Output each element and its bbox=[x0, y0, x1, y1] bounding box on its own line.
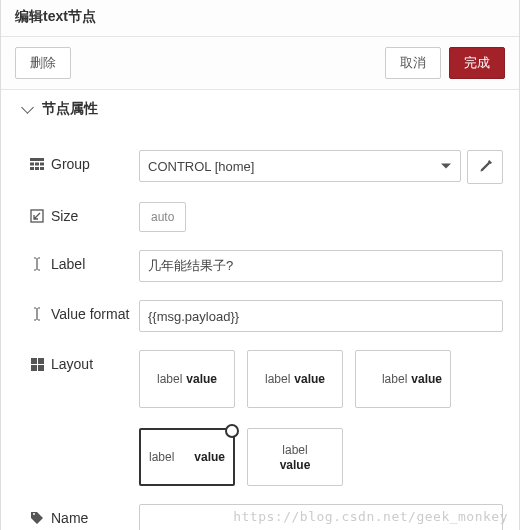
layout-option-2[interactable]: label value bbox=[355, 350, 451, 408]
group-select[interactable]: CONTROL [home] bbox=[139, 150, 461, 182]
section-toggle[interactable]: 节点属性 bbox=[1, 90, 519, 126]
label-input[interactable] bbox=[139, 250, 503, 282]
layout-label: Layout bbox=[51, 356, 93, 372]
panel-title: 编辑text节点 bbox=[1, 0, 519, 37]
svg-rect-4 bbox=[38, 365, 44, 371]
svg-rect-1 bbox=[31, 358, 37, 364]
name-input[interactable] bbox=[139, 504, 503, 530]
label-label: Label bbox=[51, 256, 85, 272]
row-name: Name bbox=[29, 504, 503, 530]
row-layout: Layout label value label value label val… bbox=[29, 350, 503, 486]
group-select-value: CONTROL [home] bbox=[148, 159, 254, 174]
resize-icon bbox=[29, 209, 45, 223]
row-value-format: Value format bbox=[29, 300, 503, 332]
svg-rect-3 bbox=[31, 365, 37, 371]
action-bar: 删除 取消 完成 bbox=[1, 37, 519, 90]
pencil-icon bbox=[478, 160, 492, 174]
section-title: 节点属性 bbox=[42, 100, 98, 118]
text-cursor-icon bbox=[29, 257, 45, 271]
layout-option-4[interactable]: label value bbox=[247, 428, 343, 486]
name-label: Name bbox=[51, 510, 88, 526]
form-body: Group CONTROL [home] Size auto bbox=[1, 126, 519, 530]
text-cursor-icon bbox=[29, 307, 45, 321]
row-label: Label bbox=[29, 250, 503, 282]
grid-icon bbox=[29, 358, 45, 371]
row-size: Size auto bbox=[29, 202, 503, 232]
size-label: Size bbox=[51, 208, 78, 224]
delete-button[interactable]: 删除 bbox=[15, 47, 71, 79]
edit-group-button[interactable] bbox=[467, 150, 503, 184]
svg-rect-2 bbox=[38, 358, 44, 364]
cancel-button[interactable]: 取消 bbox=[385, 47, 441, 79]
edit-panel: 编辑text节点 删除 取消 完成 节点属性 Group CONTROL [ho… bbox=[0, 0, 520, 530]
done-button[interactable]: 完成 bbox=[449, 47, 505, 79]
group-label: Group bbox=[51, 156, 90, 172]
tag-icon bbox=[29, 511, 45, 525]
layout-option-3[interactable]: label value bbox=[139, 428, 235, 486]
layout-option-1[interactable]: label value bbox=[247, 350, 343, 408]
size-button[interactable]: auto bbox=[139, 202, 186, 232]
value-format-label: Value format bbox=[51, 306, 129, 322]
row-group: Group CONTROL [home] bbox=[29, 150, 503, 184]
layout-option-0[interactable]: label value bbox=[139, 350, 235, 408]
chevron-down-icon bbox=[21, 101, 34, 114]
value-format-input[interactable] bbox=[139, 300, 503, 332]
table-icon bbox=[29, 158, 45, 170]
